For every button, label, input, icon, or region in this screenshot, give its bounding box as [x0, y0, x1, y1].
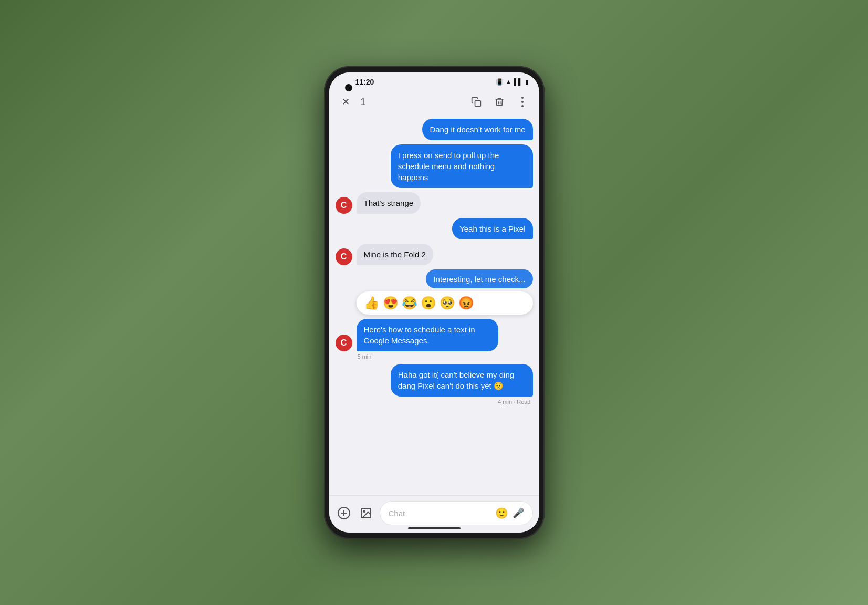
- svg-rect-0: [475, 101, 480, 107]
- message-row: Dang it doesn't work for me: [336, 119, 533, 140]
- chat-input-icons: 🙂 🎤: [495, 507, 524, 519]
- vibrate-icon: 📳: [496, 78, 504, 86]
- heart-eyes-emoji[interactable]: 😍: [383, 296, 399, 310]
- signal-icon: ▌▌: [514, 78, 522, 86]
- message-row: C That's strange: [336, 192, 533, 214]
- avatar: C: [336, 335, 352, 351]
- message-text: That's strange: [364, 199, 414, 207]
- sad-emoji[interactable]: 🥺: [440, 296, 455, 310]
- emoji-reaction-bar: 👍 😍 😂 😮 🥺 😡: [357, 291, 533, 315]
- status-time: 11:20: [355, 78, 374, 86]
- screen: 11:20 📳 ▲ ▌▌ ▮ ✕ 1: [329, 72, 539, 533]
- selected-count: 1: [361, 97, 366, 108]
- message-text: Dang it doesn't work for me: [430, 125, 525, 134]
- emoji-button[interactable]: 🙂: [495, 507, 508, 519]
- message-text: Haha got it( can't believe my ding dang …: [398, 370, 514, 390]
- status-bar: 11:20 📳 ▲ ▌▌ ▮: [329, 72, 539, 89]
- laugh-cry-emoji[interactable]: 😂: [402, 296, 417, 310]
- avatar: C: [336, 248, 352, 265]
- message-bubble[interactable]: Haha got it( can't believe my ding dang …: [391, 364, 533, 397]
- message-bubble[interactable]: Yeah this is a Pixel: [452, 218, 532, 239]
- svg-point-8: [363, 510, 365, 512]
- message-row: Haha got it( can't believe my ding dang …: [336, 364, 533, 397]
- message-text: Here's how to schedule a text in Google …: [364, 325, 475, 345]
- message-bubble[interactable]: That's strange: [357, 192, 421, 214]
- message-text: Yeah this is a Pixel: [459, 224, 525, 233]
- front-camera: [345, 84, 352, 91]
- messages-area: Dang it doesn't work for me I press on s…: [329, 114, 539, 495]
- message-text: I press on send to pull up the schedule …: [398, 151, 499, 182]
- message-row: C Here's how to schedule a text in Googl…: [336, 319, 533, 351]
- mic-button[interactable]: 🎤: [513, 507, 524, 519]
- svg-point-2: [521, 101, 524, 103]
- home-indicator: [408, 527, 461, 529]
- message-row: C Mine is the Fold 2: [336, 244, 533, 265]
- message-row: Yeah this is a Pixel: [336, 218, 533, 239]
- message-bubble[interactable]: Mine is the Fold 2: [357, 244, 433, 265]
- action-bar: ✕ 1: [329, 89, 539, 114]
- message-bubble-selected[interactable]: I press on send to pull up the schedule …: [391, 144, 533, 188]
- copy-button[interactable]: [468, 93, 485, 110]
- svg-point-3: [521, 105, 524, 107]
- wifi-icon: ▲: [506, 78, 512, 86]
- chat-input-box[interactable]: Chat 🙂 🎤: [380, 501, 533, 525]
- angry-emoji[interactable]: 😡: [458, 296, 474, 310]
- more-options-button[interactable]: [514, 93, 531, 110]
- partial-bubble: Interesting, let me check...: [426, 269, 532, 288]
- thumbs-up-emoji[interactable]: 👍: [364, 296, 380, 310]
- message-meta: 5 min: [358, 353, 533, 360]
- gallery-button[interactable]: [358, 505, 374, 521]
- partial-text: Interesting, let me check...: [433, 275, 525, 284]
- wow-emoji[interactable]: 😮: [421, 296, 436, 310]
- message-read-meta: 4 min · Read: [336, 399, 533, 405]
- chat-placeholder: Chat: [389, 509, 405, 518]
- avatar: C: [336, 197, 352, 214]
- phone: 11:20 📳 ▲ ▌▌ ▮ ✕ 1: [324, 66, 545, 539]
- message-row: I press on send to pull up the schedule …: [336, 144, 533, 188]
- status-icons: 📳 ▲ ▌▌ ▮: [496, 78, 529, 86]
- delete-button[interactable]: [491, 93, 508, 110]
- add-button[interactable]: [336, 505, 352, 521]
- message-text: Mine is the Fold 2: [364, 250, 426, 259]
- battery-icon: ▮: [525, 78, 529, 86]
- svg-point-1: [521, 97, 524, 99]
- message-bubble[interactable]: Dang it doesn't work for me: [422, 119, 532, 140]
- close-button[interactable]: ✕: [338, 93, 354, 110]
- message-bubble[interactable]: Here's how to schedule a text in Google …: [357, 319, 499, 351]
